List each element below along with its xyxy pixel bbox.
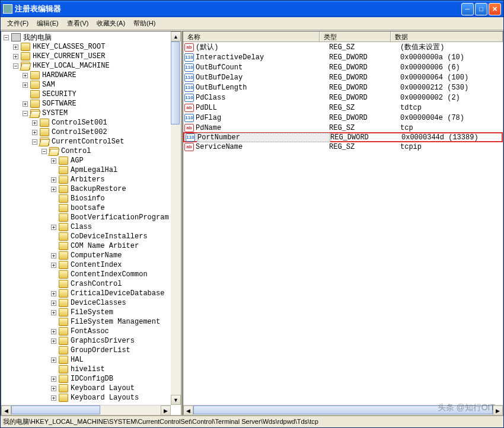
- expand-icon[interactable]: [13, 54, 18, 59]
- tree-item[interactable]: BootVerificationProgram: [51, 213, 180, 222]
- tree-item[interactable]: BackupRestore: [51, 184, 180, 194]
- menu-help[interactable]: 帮助(H): [129, 18, 160, 29]
- scroll-left-icon[interactable]: ◀: [1, 405, 11, 416]
- list-row[interactable]: ab(默认)REG_SZ(数值未设置): [183, 42, 503, 52]
- tree-vertical-scrollbar[interactable]: ▲ ▼: [171, 31, 181, 405]
- tree-item[interactable]: HARDWARE: [23, 71, 180, 80]
- expand-icon[interactable]: [51, 253, 56, 258]
- tree-item[interactable]: Arbiters: [51, 175, 180, 184]
- tree-item[interactable]: CriticalDeviceDatabase: [51, 289, 180, 298]
- tree-item[interactable]: SYSTEM: [23, 108, 180, 118]
- column-type[interactable]: 类型: [320, 31, 391, 41]
- tree-horizontal-scrollbar[interactable]: ◀ ▶: [1, 405, 171, 415]
- collapse-icon[interactable]: [32, 139, 37, 145]
- list-row[interactable]: 110PdClassREG_DWORD0x00000002 (2): [183, 92, 503, 103]
- tree-item[interactable]: ControlSet001: [32, 118, 180, 127]
- expand-icon[interactable]: [51, 338, 56, 344]
- expand-icon[interactable]: [51, 310, 56, 315]
- tree-item[interactable]: ApmLegalHal: [51, 165, 180, 175]
- value-name: OutBufLength: [196, 84, 329, 92]
- list-row[interactable]: 110PortNumberREG_DWORD0x0000344d (13389): [183, 132, 503, 142]
- expand-icon[interactable]: [51, 187, 56, 192]
- folder-icon: [21, 62, 30, 70]
- close-button[interactable]: ✕: [489, 3, 501, 15]
- tree-item[interactable]: ControlSet002: [32, 127, 180, 137]
- expand-icon[interactable]: [51, 376, 56, 382]
- expand-icon[interactable]: [51, 177, 56, 183]
- tree-item[interactable]: DeviceClasses: [51, 298, 180, 308]
- list-row[interactable]: abPdNameREG_SZtcp: [183, 123, 503, 133]
- tree-root[interactable]: 我的电脑: [4, 33, 180, 42]
- tree-item[interactable]: Keyboard Layout: [51, 384, 180, 393]
- expand-icon[interactable]: [23, 73, 28, 78]
- collapse-icon[interactable]: [42, 149, 47, 154]
- column-name[interactable]: 名称: [183, 31, 320, 41]
- expand-icon[interactable]: [51, 301, 56, 306]
- scroll-down-icon[interactable]: ▼: [171, 395, 181, 405]
- tree-item[interactable]: IDConfigDB: [51, 374, 180, 384]
- scroll-right-icon[interactable]: ▶: [161, 405, 171, 416]
- menu-favorites[interactable]: 收藏夹(A): [92, 18, 129, 29]
- expand-icon[interactable]: [51, 329, 56, 334]
- collapse-icon[interactable]: [4, 35, 9, 40]
- expand-icon[interactable]: [51, 357, 56, 363]
- tree-item[interactable]: HKEY_CLASSES_ROOT: [13, 42, 180, 52]
- expand-icon[interactable]: [23, 101, 28, 107]
- values-list[interactable]: 名称 类型 数据 ab(默认)REG_SZ(数值未设置)110Interacti…: [183, 31, 503, 416]
- titlebar[interactable]: 注册表编辑器 ─ □ ✕: [1, 1, 503, 17]
- menu-edit[interactable]: 编辑(E): [33, 18, 63, 29]
- expand-icon[interactable]: [13, 44, 18, 50]
- collapse-icon[interactable]: [13, 63, 18, 69]
- tree-item[interactable]: Control: [42, 146, 180, 156]
- tree-item[interactable]: Keyboard Layouts: [51, 393, 180, 403]
- tree-item[interactable]: SECURITY: [23, 90, 180, 99]
- tree-item[interactable]: CurrentControlSet: [32, 137, 180, 146]
- tree-item[interactable]: CoDeviceInstallers: [51, 232, 180, 241]
- scroll-up-icon[interactable]: ▲: [171, 31, 181, 41]
- expand-icon[interactable]: [51, 395, 56, 401]
- expand-icon[interactable]: [51, 158, 56, 164]
- collapse-icon[interactable]: [23, 111, 28, 116]
- tree-item[interactable]: Biosinfo: [51, 194, 180, 203]
- list-row[interactable]: 110OutBufCountREG_DWORD0x00000006 (6): [183, 62, 503, 72]
- tree-view[interactable]: 我的电脑HKEY_CLASSES_ROOTHKEY_CURRENT_USERHK…: [1, 31, 181, 416]
- expand-icon[interactable]: [51, 386, 56, 391]
- list-row[interactable]: 110PdFlagREG_DWORD0x0000004e (78): [183, 113, 503, 123]
- expand-icon[interactable]: [51, 291, 56, 296]
- tree-item[interactable]: ContentIndexCommon: [51, 270, 180, 279]
- tree-item[interactable]: HKEY_CURRENT_USER: [13, 52, 180, 61]
- tree-item[interactable]: SOFTWARE: [23, 99, 180, 108]
- tree-item[interactable]: GraphicsDrivers: [51, 336, 180, 346]
- list-row[interactable]: 110OutBufDelayREG_DWORD0x00000064 (100): [183, 72, 503, 82]
- menu-file[interactable]: 文件(F): [3, 18, 33, 29]
- tree-item[interactable]: GroupOrderList: [51, 346, 180, 355]
- tree-item[interactable]: bootsafe: [51, 203, 180, 213]
- expand-icon[interactable]: [32, 130, 37, 135]
- tree-item[interactable]: HAL: [51, 355, 180, 365]
- tree-item[interactable]: COM Name Arbiter: [51, 241, 180, 251]
- tree-item[interactable]: CrashControl: [51, 279, 180, 289]
- scroll-left-icon[interactable]: ◀: [183, 405, 193, 416]
- expand-icon[interactable]: [51, 225, 56, 230]
- tree-item[interactable]: FileSystem Management: [51, 317, 180, 327]
- list-row[interactable]: 110OutBufLengthREG_DWORD0x00000212 (530): [183, 82, 503, 92]
- tree-item[interactable]: Class: [51, 222, 180, 232]
- expand-icon[interactable]: [32, 120, 37, 126]
- menu-view[interactable]: 查看(V): [63, 18, 93, 29]
- list-row[interactable]: 110InteractiveDelayREG_DWORD0x0000000a (…: [183, 52, 503, 62]
- tree-item[interactable]: SAM: [23, 80, 180, 90]
- expand-icon[interactable]: [23, 82, 28, 88]
- tree-item[interactable]: HKEY_LOCAL_MACHINE: [13, 61, 180, 71]
- expand-icon[interactable]: [51, 263, 56, 268]
- maximize-button[interactable]: □: [475, 3, 487, 15]
- column-data[interactable]: 数据: [391, 31, 503, 41]
- tree-item[interactable]: hivelist: [51, 365, 180, 374]
- tree-item[interactable]: FontAssoc: [51, 327, 180, 336]
- list-row[interactable]: abServiceNameREG_SZtcpip: [183, 142, 503, 152]
- tree-item[interactable]: FileSystem: [51, 308, 180, 317]
- list-row[interactable]: abPdDLLREG_SZtdtcp: [183, 103, 503, 113]
- tree-item[interactable]: AGP: [51, 156, 180, 165]
- tree-item[interactable]: ComputerName: [51, 251, 180, 260]
- tree-item[interactable]: ContentIndex: [51, 260, 180, 270]
- minimize-button[interactable]: ─: [461, 3, 474, 15]
